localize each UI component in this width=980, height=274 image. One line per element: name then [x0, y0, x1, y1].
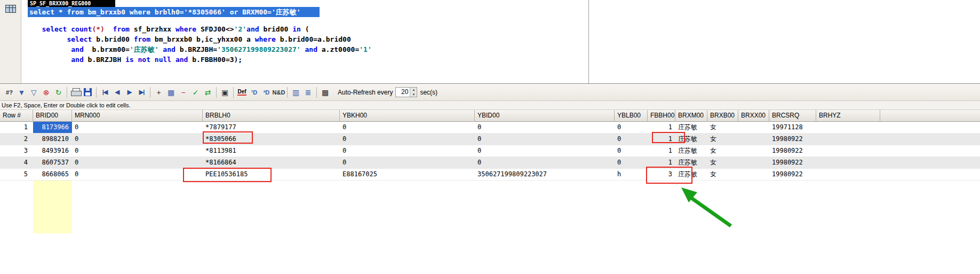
cell-brid00[interactable]: 8988210: [33, 134, 72, 145]
refresh-grid-icon[interactable]: ⇄: [202, 87, 214, 98]
cell-brxb00[interactable]: 女: [707, 169, 738, 180]
cell-brid00[interactable]: 8607537: [33, 157, 72, 168]
numeric-format-icon[interactable]: ²D: [260, 87, 273, 98]
filter-icon[interactable]: ▼: [15, 87, 28, 98]
row-number-cell[interactable]: 2: [0, 134, 33, 145]
cell-brid00[interactable]: 8493916: [33, 145, 72, 156]
cell-yblb00[interactable]: 0: [615, 145, 648, 156]
cell-brid00[interactable]: 8173966: [33, 122, 72, 133]
row-number-cell[interactable]: 3: [0, 145, 33, 156]
header-brxm00[interactable]: BRXM00: [675, 110, 707, 122]
save-icon[interactable]: [82, 87, 94, 98]
grid-options-icon[interactable]: ▩: [319, 87, 331, 98]
header-brxb00[interactable]: BRXB00: [707, 110, 738, 122]
insert-record-icon[interactable]: ▦: [165, 87, 177, 98]
cell-brhyz[interactable]: [816, 122, 880, 133]
cell-ybkh00[interactable]: 0: [340, 134, 475, 145]
spinner-up-icon[interactable]: ▲: [410, 88, 417, 92]
last-record-icon[interactable]: ▶|: [136, 87, 148, 98]
print-icon[interactable]: [69, 87, 82, 98]
cell-brxx00[interactable]: [738, 134, 769, 145]
cell-brcsrq[interactable]: 19980922: [769, 145, 816, 156]
header-ybkh00[interactable]: YBKH00: [340, 110, 475, 122]
cell-brxm00[interactable]: 庄苏敏: [675, 122, 707, 133]
cell-brblh0[interactable]: *8166864: [203, 157, 340, 168]
cell-ybid00[interactable]: 350627199809223027: [475, 169, 615, 180]
cell-brhyz[interactable]: [816, 157, 880, 168]
row-number-cell[interactable]: 1: [0, 122, 33, 133]
cell-yblb00[interactable]: 0: [615, 122, 648, 133]
row-number-cell[interactable]: 5: [0, 169, 33, 180]
header-fbbh00[interactable]: FBBH00: [648, 110, 675, 122]
cancel-query-icon[interactable]: ⊗: [40, 87, 52, 98]
cell-mrn000[interactable]: 0: [72, 157, 203, 168]
cell-brxb00[interactable]: 女: [707, 145, 738, 156]
cell-ybkh00[interactable]: 0: [340, 122, 475, 133]
sql-selected-line[interactable]: select * from bm_brxxb0 where brblh0='*8…: [28, 7, 320, 17]
date-format-icon[interactable]: ¹D: [248, 87, 260, 98]
table-row[interactable]: 4 8607537 0 *8166864 0 0 0 1 庄苏敏 女 19980…: [0, 157, 980, 169]
prior-record-icon[interactable]: ◀: [111, 87, 123, 98]
cell-brxb00[interactable]: 女: [707, 122, 738, 133]
row-count-icon[interactable]: #?: [3, 87, 15, 98]
spinner-down-icon[interactable]: ▼: [410, 92, 417, 97]
cell-brcsrq[interactable]: 19980922: [769, 134, 816, 145]
default-format-icon[interactable]: Def: [236, 87, 248, 98]
cell-ybid00[interactable]: 0: [475, 122, 615, 133]
child-window-title[interactable]: SP_SF_BRXX00_REG000: [28, 0, 115, 7]
cell-brxb00[interactable]: 女: [707, 157, 738, 168]
header-brid00[interactable]: BRID00: [33, 110, 72, 122]
post-edits-icon[interactable]: ✓: [189, 87, 202, 98]
cell-brcsrq[interactable]: 19971128: [769, 122, 816, 133]
date-time-format-icon[interactable]: N&D: [273, 87, 285, 98]
header-row-number[interactable]: Row #: [0, 110, 33, 122]
cell-ybid00[interactable]: 0: [475, 157, 615, 168]
auto-refresh-interval-input[interactable]: 20 ▲ ▼: [395, 87, 417, 97]
cell-mrn000[interactable]: 0: [72, 145, 203, 156]
table-row[interactable]: 2 8988210 0 *8305066 0 0 0 1 庄苏敏 女 19980…: [0, 134, 980, 145]
cell-mrn000[interactable]: 0: [72, 122, 203, 133]
cell-ybkh00[interactable]: E88167025: [340, 169, 475, 180]
delete-record-icon[interactable]: −: [177, 87, 189, 98]
cell-ybid00[interactable]: 0: [475, 134, 615, 145]
header-mrn000[interactable]: MRN000: [72, 110, 203, 122]
sql-code[interactable]: select count(*) from sf_brzhxx where SFD…: [29, 17, 372, 65]
cell-brxx00[interactable]: [738, 157, 769, 168]
cell-yblb00[interactable]: 0: [615, 134, 648, 145]
editor-splitter[interactable]: [588, 0, 589, 83]
cell-yblb00[interactable]: 0: [615, 157, 648, 168]
table-grid-icon[interactable]: [5, 5, 16, 13]
cell-brxm00[interactable]: 庄苏敏: [675, 145, 707, 156]
header-yblb00[interactable]: YBLB00: [615, 110, 648, 122]
header-brcsrq[interactable]: BRCSRQ: [769, 110, 816, 122]
header-ybid00[interactable]: YBID00: [475, 110, 615, 122]
cell-fbbh00[interactable]: 1: [648, 122, 675, 133]
record-view-icon[interactable]: ≣: [302, 87, 314, 98]
header-brxx00[interactable]: BRXX00: [738, 110, 769, 122]
header-brblh0[interactable]: BRBLH0: [203, 110, 340, 122]
cell-brxx00[interactable]: [738, 169, 769, 180]
cell-brcsrq[interactable]: 19980922: [769, 157, 816, 168]
row-number-cell[interactable]: 4: [0, 157, 33, 168]
refresh-icon[interactable]: ↻: [52, 87, 65, 98]
cell-fbbh00[interactable]: 1: [648, 145, 675, 156]
cell-brcsrq[interactable]: 19980922: [769, 169, 816, 180]
picture-icon[interactable]: ▣: [219, 87, 231, 98]
cell-brhyz[interactable]: [816, 169, 880, 180]
cell-mrn000[interactable]: 0: [72, 134, 203, 145]
cell-brid00[interactable]: 8668065: [33, 169, 72, 180]
cell-yblb00[interactable]: h: [615, 169, 648, 180]
cell-brhyz[interactable]: [816, 145, 880, 156]
grid-view-icon[interactable]: ▥: [290, 87, 302, 98]
cell-ybkh00[interactable]: 0: [340, 145, 475, 156]
table-row[interactable]: 3 8493916 0 *8113981 0 0 0 1 庄苏敏 女 19980…: [0, 145, 980, 157]
first-record-icon[interactable]: |◀: [99, 87, 111, 98]
next-record-icon[interactable]: ▶: [123, 87, 136, 98]
cell-brxb00[interactable]: 女: [707, 134, 738, 145]
clear-filter-icon[interactable]: ▽: [28, 87, 40, 98]
cell-brxx00[interactable]: [738, 145, 769, 156]
cell-ybid00[interactable]: 0: [475, 145, 615, 156]
cell-brxx00[interactable]: [738, 122, 769, 133]
cell-brhyz[interactable]: [816, 134, 880, 145]
table-row[interactable]: 1 8173966 0 *7879177 0 0 0 1 庄苏敏 女 19971…: [0, 122, 980, 134]
